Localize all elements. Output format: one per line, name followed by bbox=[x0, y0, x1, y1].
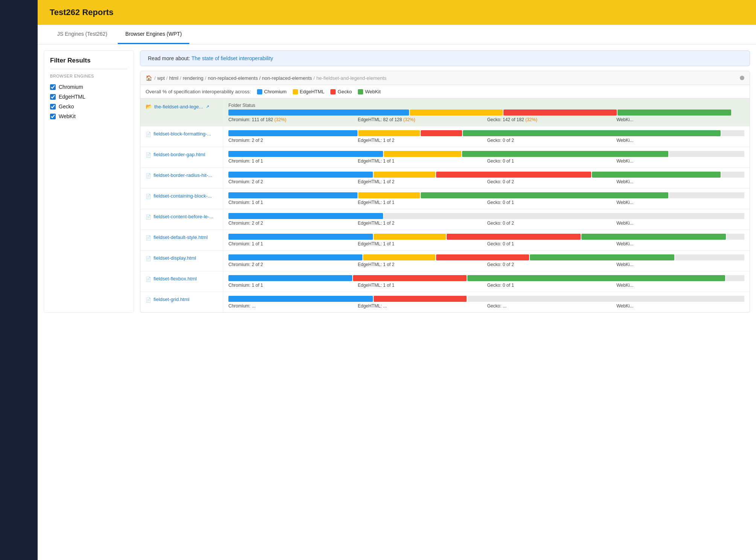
info-link[interactable]: The state of fieldset interoperability bbox=[192, 55, 273, 61]
file-stats-cell: Chromium: 2 of 2EdgeHTML: 1 of 2Gecko: 0… bbox=[223, 126, 750, 147]
info-prefix: Read more about: bbox=[148, 55, 190, 61]
app-header: Test262 Reports bbox=[38, 0, 756, 25]
bar-2 bbox=[447, 234, 581, 240]
tab-js-engines[interactable]: JS Engines (Test262) bbox=[50, 25, 115, 44]
bar-0 bbox=[228, 234, 373, 240]
bar-empty bbox=[727, 234, 744, 240]
stat-0: Chromium: 2 of 2 bbox=[228, 138, 356, 143]
legend-chromium: Chromium bbox=[257, 89, 287, 94]
stat-edgehtml: EdgeHTML: 82 of 128 (32%) bbox=[358, 117, 486, 122]
stat-2: Gecko: 0 of 1 bbox=[487, 158, 615, 164]
file-bars bbox=[228, 296, 744, 302]
file-link[interactable]: fieldset-border-gap.html bbox=[154, 152, 205, 157]
bar-0 bbox=[228, 275, 352, 281]
checkbox-edgehtml[interactable] bbox=[50, 94, 56, 100]
stat-chromium: Chromium: 111 of 182 (32%) bbox=[228, 117, 356, 122]
bar-0 bbox=[228, 151, 383, 157]
file-stats-cell: Chromium: ...EdgeHTML: ...Gecko: ...WebK… bbox=[223, 292, 750, 312]
file-link[interactable]: fieldset-display.html bbox=[154, 255, 196, 261]
file-stats-cell: Chromium: 1 of 1EdgeHTML: 1 of 1Gecko: 0… bbox=[223, 230, 750, 250]
table-row-8: 📄 fieldset-grid.html Chromium: ...EdgeHT… bbox=[140, 292, 750, 312]
sidebar-title: Filter Results bbox=[50, 57, 128, 69]
stat-0: Chromium: ... bbox=[228, 303, 356, 309]
bar-3 bbox=[462, 151, 668, 157]
breadcrumb-non-replaced: non-replaced-elements / non-replaced-ele… bbox=[208, 75, 312, 81]
stat-1: EdgeHTML: 1 of 2 bbox=[358, 262, 486, 267]
file-icon: 📄 bbox=[146, 235, 151, 240]
info-banner: Read more about: The state of fieldset i… bbox=[140, 50, 750, 66]
file-stats: Chromium: 1 of 1EdgeHTML: 1 of 1Gecko: 0… bbox=[228, 283, 744, 288]
main-content: Filter Results Browser Engines Chromium … bbox=[38, 44, 756, 319]
legend-prefix: Overall % of specification interoperabil… bbox=[146, 89, 251, 94]
filter-sidebar: Filter Results Browser Engines Chromium … bbox=[44, 50, 134, 313]
stat-0: Chromium: 2 of 2 bbox=[228, 221, 356, 226]
breadcrumb-bar: 🏠 / wpt / html / rendering / non-replace… bbox=[140, 71, 750, 85]
table-row-folder: 📂 the-fieldset-and-lege... ↗ Folder Stat… bbox=[140, 99, 750, 126]
stat-3: WebKi... bbox=[616, 138, 744, 143]
bar-3 bbox=[421, 192, 668, 198]
file-link[interactable]: fieldset-default-style.html bbox=[154, 234, 208, 240]
checkbox-gecko[interactable] bbox=[50, 104, 56, 110]
table-row-2: 📄 fieldset-border-radius-hit-... Chromiu… bbox=[140, 167, 750, 188]
file-link[interactable]: fieldset-block-formatting-... bbox=[154, 131, 211, 137]
bar-edgehtml bbox=[410, 110, 503, 116]
stat-2: Gecko: 0 of 2 bbox=[487, 179, 615, 184]
file-stats-cell: Chromium: 2 of 2EdgeHTML: 1 of 2Gecko: 0… bbox=[223, 251, 750, 271]
stat-1: EdgeHTML: 1 of 2 bbox=[358, 179, 486, 184]
filter-section-label: Browser Engines bbox=[50, 74, 128, 78]
stat-3: WebKi... bbox=[616, 158, 744, 164]
folder-link[interactable]: the-fieldset-and-lege... bbox=[154, 104, 203, 110]
folder-name-cell: 📂 the-fieldset-and-lege... ↗ bbox=[140, 99, 223, 126]
file-stats: Chromium: 2 of 2EdgeHTML: 1 of 2Gecko: 0… bbox=[228, 262, 744, 267]
stat-2: Gecko: ... bbox=[487, 303, 615, 309]
bar-chromium bbox=[228, 110, 409, 116]
tab-browser-engines[interactable]: Browser Engines (WPT) bbox=[118, 25, 189, 44]
checkbox-webkit[interactable] bbox=[50, 114, 56, 119]
filter-webkit[interactable]: WebKit bbox=[50, 111, 128, 121]
filter-chromium[interactable]: Chromium bbox=[50, 82, 128, 92]
stat-2: Gecko: 0 of 1 bbox=[487, 200, 615, 205]
stat-1: EdgeHTML: 1 of 2 bbox=[358, 138, 486, 143]
stat-1: EdgeHTML: 1 of 2 bbox=[358, 221, 486, 226]
stat-0: Chromium: 1 of 1 bbox=[228, 283, 356, 288]
bar-0 bbox=[228, 254, 362, 260]
stat-1: EdgeHTML: 1 of 1 bbox=[358, 158, 486, 164]
legend-edgehtml-label: EdgeHTML bbox=[300, 89, 325, 94]
legend-webkit-dot bbox=[358, 89, 363, 94]
stat-2: Gecko: 0 of 2 bbox=[487, 138, 615, 143]
stat-2: Gecko: 0 of 2 bbox=[487, 221, 615, 226]
filter-gecko[interactable]: Gecko bbox=[50, 102, 128, 111]
stat-1: EdgeHTML: 1 of 1 bbox=[358, 200, 486, 205]
bar-1 bbox=[358, 192, 420, 198]
bar-2 bbox=[436, 254, 529, 260]
file-link[interactable]: fieldset-grid.html bbox=[154, 297, 189, 302]
file-bars bbox=[228, 234, 744, 240]
stat-1: EdgeHTML: 1 of 1 bbox=[358, 241, 486, 247]
bar-2 bbox=[421, 130, 462, 136]
file-icon: 📄 bbox=[146, 215, 151, 220]
file-bars bbox=[228, 254, 744, 260]
filter-edgehtml[interactable]: EdgeHTML bbox=[50, 92, 128, 102]
bar-webkit bbox=[618, 110, 731, 116]
file-link[interactable]: fieldset-containing-block-... bbox=[154, 193, 212, 199]
folder-stats: Chromium: 111 of 182 (32%) EdgeHTML: 82 … bbox=[228, 117, 744, 122]
file-link[interactable]: fieldset-border-radius-hit-... bbox=[154, 172, 212, 178]
file-stats: Chromium: ...EdgeHTML: ...Gecko: ...WebK… bbox=[228, 303, 744, 309]
checkbox-chromium[interactable] bbox=[50, 84, 56, 90]
legend-webkit-label: WebKit bbox=[365, 89, 381, 94]
file-icon: 📄 bbox=[146, 277, 151, 282]
stat-1: EdgeHTML: ... bbox=[358, 303, 486, 309]
file-bars bbox=[228, 275, 744, 281]
file-bars bbox=[228, 172, 744, 178]
file-stats-cell: Chromium: 2 of 2EdgeHTML: 1 of 2Gecko: 0… bbox=[223, 168, 750, 188]
file-stats: Chromium: 1 of 1EdgeHTML: 1 of 1Gecko: 0… bbox=[228, 241, 744, 247]
file-link[interactable]: fieldset-flexbox.html bbox=[154, 276, 197, 282]
filter-webkit-label: WebKit bbox=[59, 113, 76, 119]
file-link[interactable]: fieldset-content-before-le-... bbox=[154, 214, 213, 219]
table-row-4: 📄 fieldset-content-before-le-... Chromiu… bbox=[140, 209, 750, 230]
file-stats: Chromium: 1 of 1EdgeHTML: 1 of 1Gecko: 0… bbox=[228, 200, 744, 205]
bar-1 bbox=[384, 151, 461, 157]
file-name-cell: 📄 fieldset-default-style.html bbox=[140, 230, 223, 250]
tab-bar: JS Engines (Test262) Browser Engines (WP… bbox=[38, 25, 756, 44]
bar-1 bbox=[374, 234, 446, 240]
